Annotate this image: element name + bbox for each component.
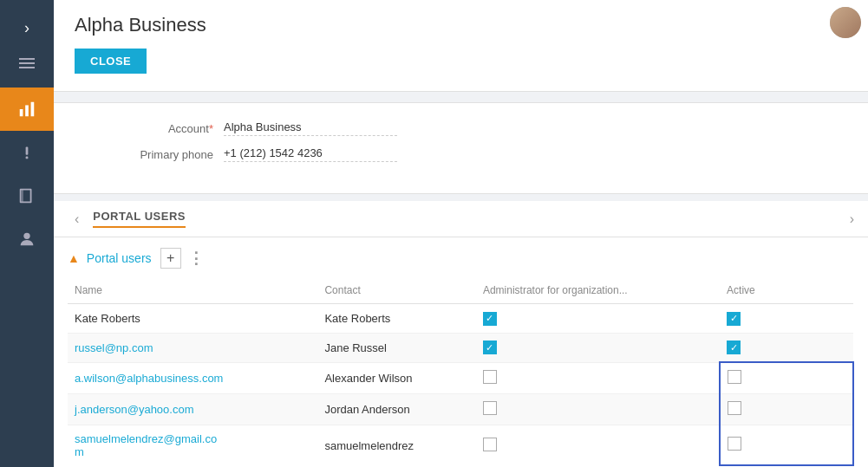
hamburger-menu[interactable] (0, 48, 54, 79)
col-header-name: Name (68, 279, 317, 304)
svg-rect-4 (26, 157, 29, 159)
table-row: Kate Roberts Kate Roberts ✓ ✓ (68, 304, 853, 334)
user-name: a.wilson@alphabusiness.com (68, 362, 317, 394)
account-value[interactable]: Alpha Business (224, 120, 397, 136)
admin-checkbox-unchecked[interactable] (483, 401, 497, 415)
active-checkbox-unchecked[interactable] (728, 401, 741, 415)
sidebar: › (0, 0, 54, 467)
phone-value[interactable]: +1 (212) 1542 4236 (224, 146, 397, 162)
page-title: Alpha Business (75, 14, 847, 36)
admin-checkbox-cell[interactable] (476, 362, 720, 394)
avatar (830, 7, 861, 38)
svg-rect-0 (20, 109, 23, 116)
users-table: Name Contact Administrator for organizat… (68, 279, 854, 466)
portal-more-button[interactable]: ⋮ (188, 249, 204, 268)
table-row: russel@np.com Jane Russel ✓ ✓ (68, 333, 853, 362)
active-checkbox-cell[interactable] (720, 394, 853, 425)
table-row: j.anderson@yahoo.com Jordan Anderson (68, 394, 853, 425)
active-checkbox-checked[interactable]: ✓ (727, 341, 741, 354)
account-row: Account* Alpha Business (75, 120, 847, 136)
portal-nav-right[interactable]: › (850, 211, 854, 227)
admin-checkbox-cell[interactable] (476, 394, 720, 425)
col-header-contact: Contact (317, 279, 476, 304)
bar-chart-icon (17, 100, 36, 119)
main-content: Alpha Business CLOSE Account* Alpha Busi… (54, 0, 868, 467)
svg-rect-3 (26, 147, 29, 155)
active-checkbox-unchecked[interactable] (728, 370, 741, 384)
portal-nav-left[interactable]: ‹ (68, 211, 86, 227)
admin-checkbox-checked[interactable]: ✓ (483, 312, 497, 326)
active-checkbox-unchecked[interactable] (728, 437, 741, 451)
admin-checkbox-cell[interactable]: ✓ (476, 333, 720, 362)
table-body: Kate Roberts Kate Roberts ✓ ✓ russel@np.… (68, 304, 853, 466)
portal-section: ‹ PORTAL USERS › ▲ Portal users + ⋮ Name… (54, 201, 868, 467)
portal-content: ▲ Portal users + ⋮ Name Contact Administ… (54, 237, 868, 467)
user-name: samuelmelendrez@gmail.com (68, 425, 317, 466)
portal-group-label: Portal users (87, 251, 152, 265)
active-checkbox-cell[interactable]: ✓ (720, 304, 853, 334)
avatar-image (830, 7, 861, 38)
table-row: a.wilson@alphabusiness.com Alexander Wil… (68, 362, 853, 394)
active-checkbox-cell[interactable]: ✓ (720, 333, 853, 362)
phone-row: Primary phone +1 (212) 1542 4236 (75, 146, 847, 162)
user-name: russel@np.com (68, 333, 317, 362)
user-contact: Jane Russel (317, 333, 476, 362)
user-name: j.anderson@yahoo.com (68, 394, 317, 425)
user-contact: samuelmelendrez (317, 425, 476, 466)
sidebar-item-alerts[interactable] (0, 131, 54, 174)
user-contact: Kate Roberts (317, 304, 476, 334)
user-name: Kate Roberts (68, 304, 317, 334)
sidebar-nav (0, 88, 54, 467)
sidebar-item-charts[interactable] (0, 88, 54, 131)
person-icon (17, 230, 36, 249)
table-header: Name Contact Administrator for organizat… (68, 279, 853, 304)
portal-group-header: ▲ Portal users + ⋮ (68, 248, 854, 269)
admin-checkbox-cell[interactable] (476, 425, 720, 466)
table-row: samuelmelendrez@gmail.com samuelmelendre… (68, 425, 853, 466)
close-button[interactable]: CLOSE (75, 49, 147, 74)
svg-rect-2 (31, 102, 35, 117)
user-contact: Jordan Anderson (317, 394, 476, 425)
active-checkbox-checked[interactable]: ✓ (727, 312, 741, 326)
form-card: Account* Alpha Business Primary phone +1… (54, 102, 868, 194)
admin-checkbox-cell[interactable]: ✓ (476, 304, 720, 334)
sidebar-item-docs[interactable] (0, 174, 54, 217)
svg-point-5 (23, 233, 29, 239)
exclamation-icon (17, 143, 36, 162)
top-card: Alpha Business CLOSE (54, 0, 868, 92)
active-checkbox-cell[interactable] (720, 425, 853, 466)
col-header-active: Active (720, 279, 853, 304)
admin-checkbox-unchecked[interactable] (483, 370, 497, 384)
phone-label: Primary phone (75, 148, 213, 161)
account-label: Account* (75, 122, 213, 135)
sidebar-expand-arrow[interactable]: › (0, 9, 54, 48)
book-icon (17, 186, 36, 205)
admin-checkbox-checked[interactable]: ✓ (483, 341, 497, 354)
col-header-admin: Administrator for organization... (476, 279, 720, 304)
active-checkbox-cell[interactable] (720, 362, 853, 394)
svg-rect-1 (25, 105, 29, 116)
portal-tab-title[interactable]: PORTAL USERS (93, 210, 186, 228)
user-contact: Alexander Wilson (317, 362, 476, 394)
portal-group-collapse-arrow[interactable]: ▲ (68, 251, 80, 265)
admin-checkbox-unchecked[interactable] (483, 438, 497, 451)
portal-header-bar: ‹ PORTAL USERS › (54, 201, 868, 237)
portal-add-button[interactable]: + (160, 248, 181, 269)
sidebar-item-users[interactable] (0, 217, 54, 261)
